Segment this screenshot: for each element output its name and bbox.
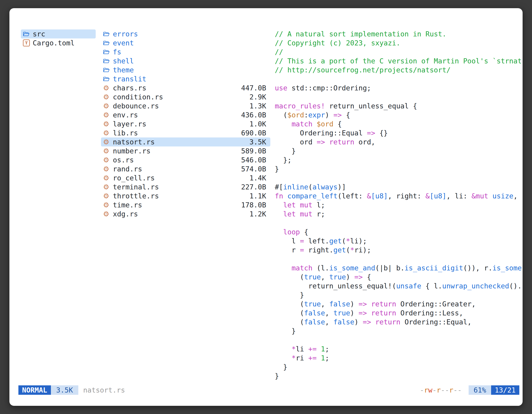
dir-row[interactable]: event [101,39,270,48]
code-line: match $ord { [275,119,522,128]
folder-open-icon [23,31,33,37]
code-line [275,173,522,183]
file-row[interactable]: ⚙debounce.rs1.3K [101,101,270,110]
dir-row[interactable]: theme [101,66,270,75]
file-size: 574.0B [241,165,266,173]
file-row[interactable]: ⚙throttle.rs1.1K [101,192,270,201]
status-bar: NORMAL 3.5K natsort.rs -rw-r--r-- 61% 13… [19,385,519,395]
rust-icon: ⚙ [103,174,113,182]
file-size: 2.9K [249,93,266,101]
code-line: fn compare_left(left: &[u8], right: &[u8… [275,192,522,201]
file-name: natsort.rs [113,138,155,146]
folder-open-icon [103,31,113,37]
rust-icon: ⚙ [103,202,113,208]
dir-row[interactable]: errors [101,29,270,39]
file-name: os.rs [113,156,134,164]
file-row[interactable]: ⚙layer.rs1.0K [101,119,270,128]
file-size: 447.0B [241,84,266,92]
file-name: Cargo.toml [33,39,75,47]
dir-row[interactable]: shell [101,57,270,66]
code-line: } [275,290,522,299]
code-line: // [275,48,522,57]
file-name: time.rs [113,201,142,209]
code-line [275,254,522,263]
file-row[interactable]: ⚙xdg.rs1.2K [101,210,270,219]
folder-open-icon [103,49,113,55]
file-name: rand.rs [113,165,142,173]
rust-icon: ⚙ [103,147,113,154]
file-row[interactable]: ⚙number.rs589.0B [101,146,270,155]
rust-icon: ⚙ [103,85,113,91]
code-line: macro_rules! return_unless_equal { [275,101,522,110]
file-size: 690.0B [241,129,266,137]
file-size: 1.4K [249,174,266,182]
code-line: }; [275,155,522,164]
rust-icon: ⚙ [103,103,113,109]
code-line: match (l.is_some_and(|b| b.is_ascii_digi… [275,263,522,272]
current-pane[interactable]: errorseventfsshellthemetranslit⚙chars.rs… [101,29,270,385]
file-row[interactable]: ⚙rand.rs574.0B [101,164,270,173]
code-line: } [275,327,522,336]
file-size: 546.0B [241,156,266,164]
file-row[interactable]: ⚙time.rs178.0B [101,201,270,210]
file-name: env.rs [113,111,138,119]
code-line: ord => return ord, [275,137,522,146]
toml-icon: T [23,39,33,47]
code-line: ($ord:expr) => { [275,110,522,119]
file-size: 1.1K [249,192,266,200]
rust-icon: ⚙ [103,111,113,118]
file-name: condition.rs [113,93,163,101]
code-line: let mut r; [275,210,522,219]
rust-icon: ⚙ [103,193,113,199]
permissions-text: -rw-r--r-- [420,386,462,394]
cursor-position-badge: 13/21 [491,385,519,395]
code-line [275,336,522,345]
file-name: chars.rs [113,84,146,92]
file-row[interactable]: ⚙lib.rs690.0B [101,128,270,137]
file-name: fs [113,48,121,56]
rust-icon: ⚙ [103,165,113,173]
file-row[interactable]: ⚙natsort.rs3.5K [101,137,270,146]
file-size: 3.5K [249,138,266,146]
rust-icon: ⚙ [103,138,113,145]
dir-row[interactable]: src [21,29,96,39]
file-name: layer.rs [113,120,146,128]
rust-icon: ⚙ [103,94,113,100]
rust-icon: ⚙ [103,129,113,136]
rust-icon: ⚙ [103,120,113,127]
file-name: lib.rs [113,129,138,137]
dir-row[interactable]: translit [101,75,270,83]
code-line: #[inline(always)] [275,183,522,192]
code-line: // A natural sort implementation in Rust… [275,29,522,39]
file-name: throttle.rs [113,192,159,200]
file-row[interactable]: ⚙condition.rs2.9K [101,92,270,101]
file-name: terminal.rs [113,183,159,191]
file-name: src [33,30,45,38]
parent-pane[interactable]: srcTCargo.toml [21,29,96,385]
code-line: loop { [275,227,522,236]
code-line: use std::cmp::Ordering; [275,83,522,92]
file-row[interactable]: ⚙os.rs546.0B [101,155,270,164]
code-line: l = left.get(*li); [275,236,522,245]
code-line [275,92,522,101]
status-right-group: -rw-r--r-- 61% 13/21 [420,385,519,395]
code-line: (true, false) => return Ordering::Greate… [275,299,522,308]
code-line: (false, false) => return Ordering::Equal… [275,318,522,327]
folder-open-icon [103,58,113,64]
rust-icon: ⚙ [103,211,113,217]
code-line: Ordering::Equal => {} [275,128,522,137]
code-line: r = right.get(*ri); [275,245,522,254]
folder-open-icon [103,40,113,46]
rust-icon: ⚙ [103,156,113,164]
code-line: } [275,371,522,380]
dir-row[interactable]: fs [101,48,270,57]
file-row[interactable]: ⚙env.rs436.0B [101,110,270,119]
code-line: *ri += 1; [275,354,522,362]
rust-icon: ⚙ [103,183,113,191]
file-row[interactable]: ⚙chars.rs447.0B [101,83,270,92]
preview-pane[interactable]: // A natural sort implementation in Rust… [275,29,522,385]
file-row[interactable]: TCargo.toml [21,39,96,48]
file-row[interactable]: ⚙ro_cell.rs1.4K [101,173,270,183]
file-name: errors [113,30,138,38]
file-row[interactable]: ⚙terminal.rs227.0B [101,183,270,192]
